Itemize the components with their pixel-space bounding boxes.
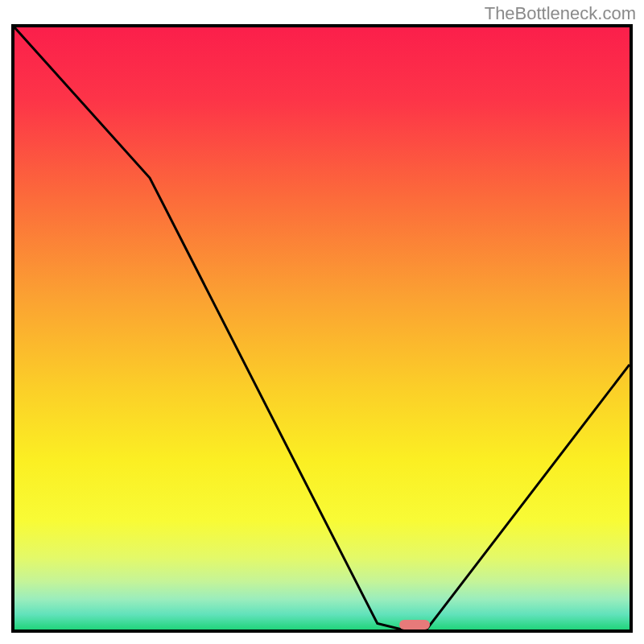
plot-border-right bbox=[630, 24, 633, 633]
watermark: TheBottleneck.com bbox=[485, 3, 636, 24]
plot-border-bottom bbox=[11, 630, 633, 633]
plot-border-left bbox=[11, 24, 14, 633]
bottleneck-curve bbox=[14, 27, 630, 630]
curve-layer bbox=[14, 27, 630, 630]
optimal-marker bbox=[399, 620, 430, 630]
plot-border-top bbox=[11, 24, 633, 27]
plot-area bbox=[14, 27, 630, 630]
